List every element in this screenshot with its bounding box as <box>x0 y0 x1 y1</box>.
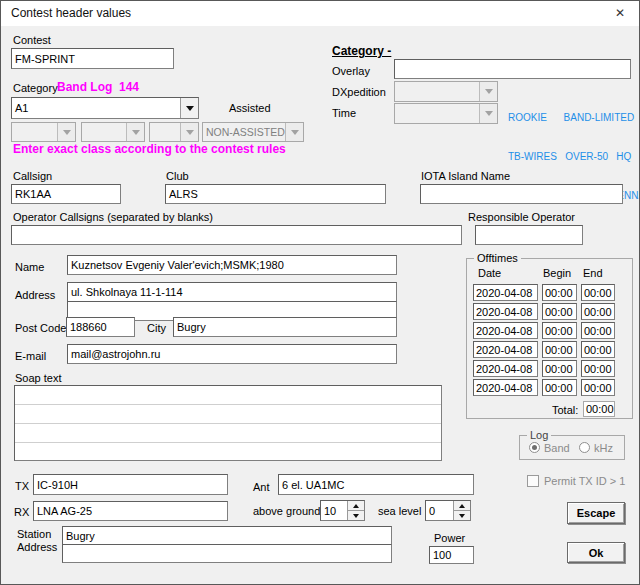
soap-text-line[interactable] <box>15 386 441 405</box>
dxpedition-value <box>395 82 479 101</box>
iota-label: IOTA Island Name <box>421 170 510 183</box>
category-class-dropdown-button[interactable] <box>180 98 198 118</box>
overlay-option-line: ROOKIE BAND-LIMITED <box>508 111 640 124</box>
chevron-down-icon <box>186 106 194 111</box>
class-hint-label: Enter exact class according to the conte… <box>13 143 286 156</box>
permit-txid-label: Permit TX ID > 1 <box>544 475 625 488</box>
offtime-begin-input[interactable]: 00:00 <box>542 360 577 377</box>
chevron-down-icon <box>132 130 140 135</box>
chevron-down-icon <box>353 514 359 518</box>
offtime-end-input[interactable]: 00:00 <box>581 322 615 339</box>
responsible-operator-input[interactable] <box>475 225 583 245</box>
city-input[interactable]: Bugry <box>173 317 397 337</box>
escape-button[interactable]: Escape <box>567 502 625 524</box>
category-sub1-value <box>12 123 57 141</box>
log-khz-label: kHz <box>594 442 613 455</box>
offtime-end-input[interactable]: 00:00 <box>581 284 615 301</box>
rx-input[interactable]: LNA AG-25 <box>33 501 228 521</box>
sea-level-label: sea level <box>378 505 421 518</box>
category-label: Category <box>13 82 58 95</box>
post-code-input[interactable]: 188660 <box>66 317 135 337</box>
overlay-option-line: TB-WIRES OVER-50 HQ <box>508 150 640 163</box>
chevron-down-icon <box>63 130 71 135</box>
ant-input[interactable]: 6 el. UA1MC <box>278 474 474 495</box>
dxpedition-label: DXpedition <box>332 86 386 99</box>
tx-input[interactable]: IC-910H <box>33 474 228 495</box>
spinner-down-button[interactable] <box>348 511 364 520</box>
offtime-begin-input[interactable]: 00:00 <box>542 379 577 396</box>
offtime-date-input[interactable]: 2020-04-08 <box>473 360 538 377</box>
time-dropdown-button <box>479 104 497 123</box>
above-ground-stepper[interactable]: 10 <box>320 500 365 521</box>
name-label: Name <box>15 261 44 274</box>
spinner-up-button[interactable] <box>454 501 470 511</box>
rx-label: RX <box>14 506 29 519</box>
offtime-end-input[interactable]: 00:00 <box>581 360 615 377</box>
power-input[interactable]: 100 <box>429 546 474 564</box>
chevron-down-icon <box>291 130 299 135</box>
time-label: Time <box>332 107 356 120</box>
dxpedition-select <box>394 81 498 102</box>
offtime-date-input[interactable]: 2020-04-08 <box>473 341 538 358</box>
offtime-end-input[interactable]: 00:00 <box>581 379 615 396</box>
iota-input[interactable] <box>420 184 623 204</box>
offtime-begin-input[interactable]: 00:00 <box>542 284 577 301</box>
offtime-date-input[interactable]: 2020-04-08 <box>473 284 538 301</box>
offtimes-total-label: Total: <box>552 404 578 417</box>
tx-label: TX <box>15 480 29 493</box>
offtime-date-input[interactable]: 2020-04-08 <box>473 322 538 339</box>
offtimes-group: Offtimes Date Begin End 2020-04-08 00:00… <box>466 258 633 419</box>
sea-level-stepper[interactable]: 0 <box>425 500 471 521</box>
above-ground-label: above ground <box>253 505 320 518</box>
contest-input[interactable]: FM-SPRINT <box>11 48 174 69</box>
chevron-up-icon <box>353 504 359 508</box>
category-sub2-select <box>81 122 145 142</box>
operators-input[interactable] <box>11 225 462 245</box>
ant-label: Ant <box>253 481 270 494</box>
offtime-begin-input[interactable]: 00:00 <box>542 341 577 358</box>
chevron-down-icon <box>485 111 493 116</box>
offtimes-group-title: Offtimes <box>474 252 521 265</box>
assisted-dropdown-button <box>285 123 303 141</box>
category-class-select[interactable]: A1 <box>11 97 199 119</box>
name-input[interactable]: Kuznetsov Evgeniy Valer'evich;MSMK;1980 <box>67 255 397 275</box>
offtime-end-input[interactable]: 00:00 <box>581 341 615 358</box>
city-label: City <box>147 322 166 335</box>
email-input[interactable]: mail@astrojohn.ru <box>67 344 397 364</box>
soap-text-line[interactable] <box>15 443 441 461</box>
ok-button[interactable]: Ok <box>567 542 625 563</box>
soap-text-area[interactable] <box>14 385 442 461</box>
chevron-down-icon <box>186 130 194 135</box>
offtimes-begin-header: Begin <box>543 267 571 280</box>
offtime-date-input[interactable]: 2020-04-08 <box>473 303 538 320</box>
offtime-end-input[interactable]: 00:00 <box>581 303 615 320</box>
title-bar: Contest header values ✕ <box>1 1 639 26</box>
offtime-begin-input[interactable]: 00:00 <box>542 303 577 320</box>
band-log-label: Band Log 144 <box>57 81 139 94</box>
contest-label: Contest <box>13 34 51 47</box>
offtime-begin-input[interactable]: 00:00 <box>542 322 577 339</box>
soap-text-line[interactable] <box>15 424 441 443</box>
callsign-input[interactable]: RK1AA <box>11 184 121 204</box>
club-input[interactable]: ALRS <box>165 184 386 204</box>
offtime-date-input[interactable]: 2020-04-08 <box>473 379 538 396</box>
category-sub1-select <box>11 122 76 142</box>
sea-level-value: 0 <box>426 501 453 520</box>
offtimes-date-header: Date <box>478 267 501 280</box>
station-address-line1-input[interactable]: Bugry <box>62 526 392 545</box>
station-address-line2-input[interactable] <box>62 544 392 563</box>
close-icon[interactable]: ✕ <box>605 3 635 24</box>
category-class-value: A1 <box>12 98 180 118</box>
offtimes-end-header: End <box>583 267 603 280</box>
overlay-input[interactable] <box>394 59 631 79</box>
permit-txid-checkbox <box>527 475 539 487</box>
spinner-up-button[interactable] <box>348 501 364 511</box>
category-sub3-select <box>149 122 199 142</box>
spinner-down-button[interactable] <box>454 511 470 520</box>
above-ground-value: 10 <box>321 501 347 520</box>
soap-text-line[interactable] <box>15 405 441 424</box>
log-band-label: Band <box>544 442 570 455</box>
address-line1-input[interactable]: ul. Shkolnaya 11-1-114 <box>67 282 397 302</box>
category-sub2-value <box>82 123 126 141</box>
chevron-down-icon <box>485 89 493 94</box>
